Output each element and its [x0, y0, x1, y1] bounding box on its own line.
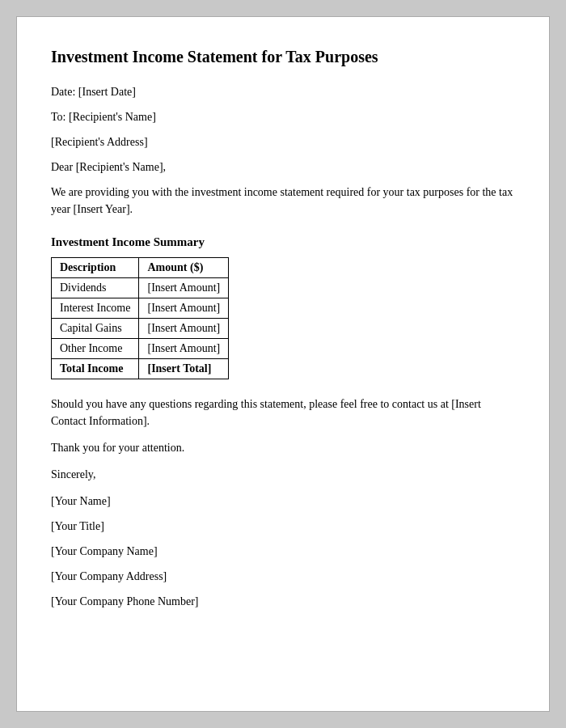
table-cell: Dividends — [52, 278, 139, 298]
table-row: Interest Income[Insert Amount] — [52, 298, 229, 319]
document-title: Investment Income Statement for Tax Purp… — [51, 46, 515, 67]
summary-heading: Investment Income Summary — [51, 235, 515, 249]
to-line: To: [Recipient's Name] — [51, 108, 515, 125]
sig-address: [Your Company Address] — [51, 568, 515, 585]
sig-company: [Your Company Name] — [51, 543, 515, 560]
table-cell: [Insert Amount] — [139, 339, 229, 359]
income-table: Description Amount ($) Dividends[Insert … — [51, 257, 229, 379]
salutation-line: Dear [Recipient's Name], — [51, 159, 515, 176]
table-row: Dividends[Insert Amount] — [52, 278, 229, 298]
table-cell: [Insert Amount] — [139, 278, 229, 298]
thank-you-text: Thank you for your attention. — [51, 439, 515, 456]
table-row: Capital Gains[Insert Amount] — [52, 319, 229, 339]
table-cell: [Insert Amount] — [139, 319, 229, 339]
table-cell: Interest Income — [52, 298, 139, 319]
table-cell: Other Income — [52, 339, 139, 359]
contact-text: Should you have any questions regarding … — [51, 396, 515, 430]
table-header-description: Description — [52, 258, 139, 278]
sig-name: [Your Name] — [51, 493, 515, 510]
total-label: Total Income — [52, 359, 139, 379]
date-line: Date: [Insert Date] — [51, 83, 515, 100]
total-value: [Insert Total] — [139, 359, 229, 379]
sig-phone: [Your Company Phone Number] — [51, 593, 515, 610]
address-line: [Recipient's Address] — [51, 133, 515, 150]
intro-text: We are providing you with the investment… — [51, 184, 515, 218]
document-container: Investment Income Statement for Tax Purp… — [16, 16, 550, 712]
table-header-amount: Amount ($) — [139, 258, 229, 278]
table-row: Other Income[Insert Amount] — [52, 339, 229, 359]
table-cell: [Insert Amount] — [139, 298, 229, 319]
sig-title: [Your Title] — [51, 518, 515, 535]
table-cell: Capital Gains — [52, 319, 139, 339]
signature-block: [Your Name] [Your Title] [Your Company N… — [51, 493, 515, 610]
closing-text: Sincerely, — [51, 466, 515, 483]
